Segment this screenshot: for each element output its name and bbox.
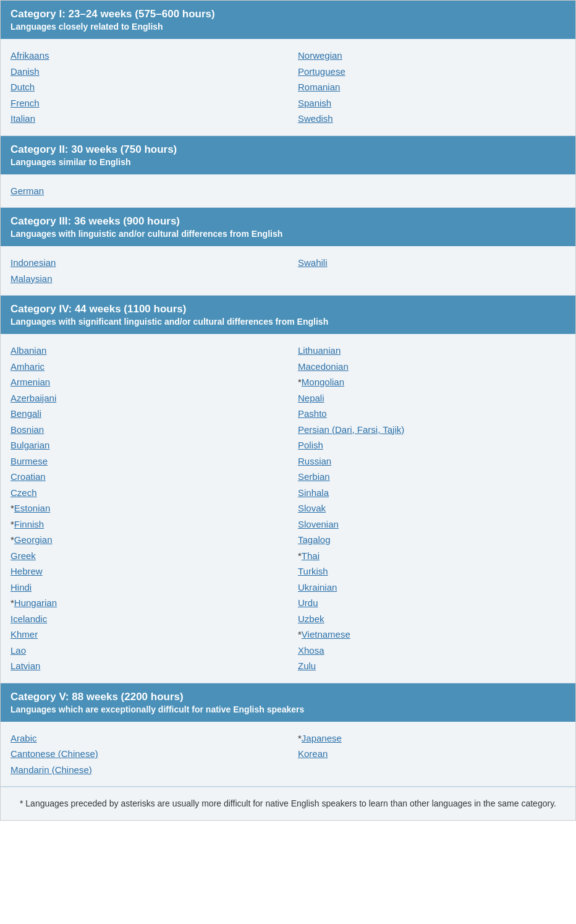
language-link[interactable]: Latvian (11, 661, 40, 671)
language-link[interactable]: Indonesian (11, 257, 56, 268)
language-link[interactable]: Macedonian (298, 361, 349, 372)
language-link[interactable]: Persian (Dari, Farsi, Tajik) (298, 424, 404, 435)
language-link[interactable]: Zulu (298, 661, 316, 671)
language-link[interactable]: Afrikaans (11, 50, 49, 61)
language-link[interactable]: Turkish (298, 566, 328, 576)
language-link[interactable]: Arabic (11, 733, 37, 743)
category-subtitle-2: Languages similar to English (11, 157, 565, 167)
list-item: Burmese (11, 453, 278, 469)
language-link[interactable]: Albanian (11, 345, 46, 356)
language-link[interactable]: Uzbek (298, 614, 324, 624)
list-item: Albanian (11, 343, 278, 359)
category-header-1: Category I: 23–24 weeks (575–600 hours)L… (1, 1, 575, 39)
language-link[interactable]: Portuguese (298, 66, 345, 77)
list-item: Romanian (298, 79, 565, 95)
languages-grid-4: AlbanianAmharicArmenianAzerbaijaniBengal… (1, 334, 575, 683)
language-link[interactable]: Bengali (11, 408, 41, 419)
list-item: Bengali (11, 406, 278, 422)
category-title-5: Category V: 88 weeks (2200 hours) (11, 691, 565, 703)
language-link[interactable]: Lao (11, 645, 26, 656)
language-link[interactable]: Hungarian (14, 597, 57, 608)
languages-grid-1: AfrikaansDanishDutchFrenchItalianNorwegi… (1, 39, 575, 136)
language-link[interactable]: Slovak (298, 503, 326, 513)
list-item: Spanish (298, 95, 565, 111)
language-link[interactable]: Japanese (302, 733, 342, 743)
language-link[interactable]: Czech (11, 487, 37, 498)
language-link[interactable]: Mandarin (Chinese) (11, 764, 92, 775)
list-item: Swahili (298, 255, 565, 271)
language-link[interactable]: Pashto (298, 408, 327, 419)
language-link[interactable]: Norwegian (298, 50, 342, 61)
main-container: Category I: 23–24 weeks (575–600 hours)L… (0, 0, 576, 821)
list-item: Sinhala (298, 485, 565, 501)
language-link[interactable]: Lithuanian (298, 345, 341, 356)
language-link[interactable]: French (11, 98, 40, 108)
list-item: Italian (11, 111, 278, 127)
language-link[interactable]: Greek (11, 550, 36, 561)
language-link[interactable]: Khmer (11, 629, 38, 640)
language-link[interactable]: Hebrew (11, 566, 43, 576)
language-link[interactable]: Xhosa (298, 645, 324, 656)
language-link[interactable]: Bulgarian (11, 440, 49, 450)
category-subtitle-4: Languages with significant linguistic an… (11, 317, 565, 327)
language-link[interactable]: Thai (302, 550, 320, 561)
language-link[interactable]: Russian (298, 456, 331, 466)
list-item: Turkish (298, 563, 565, 580)
language-link[interactable]: Finnish (14, 519, 44, 529)
language-link[interactable]: Tagalog (298, 534, 331, 545)
language-link[interactable]: Amharic (11, 361, 44, 372)
language-link[interactable]: Cantonese (Chinese) (11, 748, 98, 759)
category-header-3: Category III: 36 weeks (900 hours)Langua… (1, 208, 575, 246)
list-item: Bosnian (11, 422, 278, 438)
language-link[interactable]: German (11, 186, 44, 196)
language-link[interactable]: Italian (11, 113, 35, 124)
language-link[interactable]: Croatian (11, 471, 46, 482)
language-link[interactable]: Burmese (11, 456, 48, 466)
language-link[interactable]: Slovenian (298, 519, 339, 529)
languages-col-4-1: AlbanianAmharicArmenianAzerbaijaniBengal… (1, 334, 288, 683)
language-link[interactable]: Azerbaijani (11, 393, 56, 403)
language-link[interactable]: Hindi (11, 582, 32, 592)
language-link[interactable]: Polish (298, 440, 323, 450)
language-link[interactable]: Malaysian (11, 273, 53, 284)
language-link[interactable]: Icelandic (11, 614, 47, 624)
category-header-2: Category II: 30 weeks (750 hours)Languag… (1, 136, 575, 174)
list-item: Czech (11, 485, 278, 501)
list-item: Khmer (11, 627, 278, 643)
languages-col-4-2: LithuanianMacedonian*MongolianNepaliPash… (288, 334, 575, 683)
list-item: Norwegian (298, 48, 565, 64)
languages-col-2-2 (288, 174, 575, 208)
language-link[interactable]: Swedish (298, 113, 333, 124)
list-item: Amharic (11, 359, 278, 375)
language-link[interactable]: Armenian (11, 377, 50, 387)
languages-col-3-2: Swahili (288, 246, 575, 295)
language-link[interactable]: Swahili (298, 257, 328, 268)
category-header-4: Category IV: 44 weeks (1100 hours)Langua… (1, 296, 575, 334)
language-link[interactable]: Sinhala (298, 487, 329, 498)
language-link[interactable]: Mongolian (302, 377, 344, 387)
list-item: German (11, 183, 278, 199)
list-item: Polish (298, 437, 565, 453)
language-link[interactable]: Ukrainian (298, 582, 337, 592)
list-item: Urdu (298, 595, 565, 611)
language-link[interactable]: Dutch (11, 82, 35, 92)
language-link[interactable]: Korean (298, 748, 328, 759)
category-subtitle-1: Languages closely related to English (11, 22, 565, 32)
list-item: Afrikaans (11, 48, 278, 64)
language-link[interactable]: Serbian (298, 471, 330, 482)
list-item: Uzbek (298, 611, 565, 627)
language-link[interactable]: Estonian (14, 503, 50, 513)
language-link[interactable]: Bosnian (11, 424, 44, 435)
list-item: Slovak (298, 500, 565, 516)
list-item: Xhosa (298, 643, 565, 659)
language-link[interactable]: Vietnamese (302, 629, 350, 640)
language-link[interactable]: Georgian (14, 534, 53, 545)
language-link[interactable]: Danish (11, 66, 40, 77)
language-link[interactable]: Spanish (298, 98, 331, 108)
list-item: Russian (298, 453, 565, 469)
list-item: Dutch (11, 79, 278, 95)
list-item: Azerbaijani (11, 390, 278, 406)
language-link[interactable]: Urdu (298, 597, 318, 608)
language-link[interactable]: Romanian (298, 82, 340, 92)
language-link[interactable]: Nepali (298, 393, 324, 403)
